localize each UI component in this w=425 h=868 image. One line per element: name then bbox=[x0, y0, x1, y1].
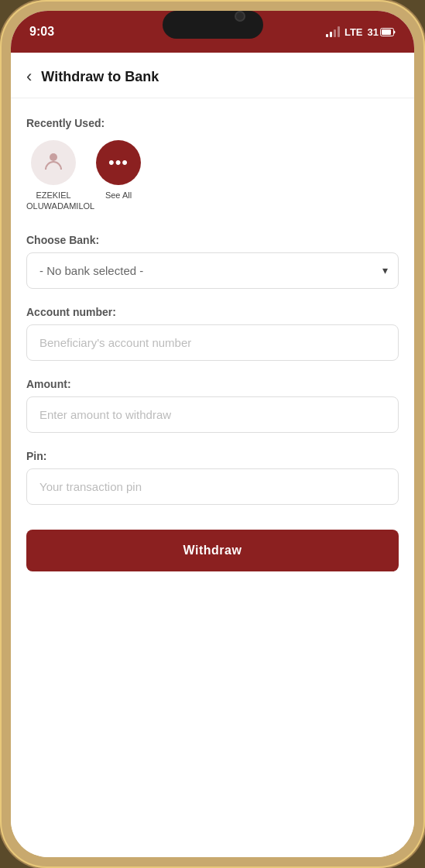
lte-label: LTE bbox=[344, 26, 363, 38]
recently-used-section: Recently Used: bbox=[26, 117, 399, 212]
back-button[interactable]: ‹ bbox=[26, 67, 32, 87]
page-title: Withdraw to Bank bbox=[41, 69, 159, 85]
account-label: Account number: bbox=[26, 306, 399, 318]
person-icon bbox=[43, 149, 64, 177]
signal-icon bbox=[326, 26, 340, 37]
app-content: ‹ Withdraw to Bank Recently Used: bbox=[11, 53, 414, 857]
recent-user-see-all[interactable]: ••• See All bbox=[96, 140, 141, 212]
main-content: Recently Used: bbox=[11, 98, 414, 590]
bank-label: Choose Bank: bbox=[26, 234, 399, 246]
pin-input[interactable] bbox=[26, 468, 399, 505]
avatar-see-all: ••• bbox=[96, 140, 141, 185]
choose-bank-group: Choose Bank: - No bank selected - ▾ bbox=[26, 234, 399, 289]
pin-group: Pin: bbox=[26, 450, 399, 505]
recently-used-label: Recently Used: bbox=[26, 117, 399, 129]
notch bbox=[163, 11, 263, 39]
dots-icon: ••• bbox=[108, 153, 129, 173]
bank-select[interactable]: - No bank selected - bbox=[26, 252, 399, 289]
avatar-ezekiel bbox=[31, 140, 76, 185]
camera-dot bbox=[235, 11, 245, 22]
account-number-group: Account number: bbox=[26, 306, 399, 361]
amount-label: Amount: bbox=[26, 378, 399, 390]
bank-select-wrapper: - No bank selected - ▾ bbox=[26, 252, 399, 289]
battery-icon: 31 bbox=[368, 26, 396, 38]
amount-group: Amount: bbox=[26, 378, 399, 433]
recent-user-ezekiel[interactable]: EZEKIEL OLUWADAMILOL bbox=[26, 140, 81, 212]
status-time: 9:03 bbox=[29, 25, 54, 39]
user-name-ezekiel: EZEKIEL OLUWADAMILOL bbox=[26, 190, 81, 212]
account-input[interactable] bbox=[26, 324, 399, 361]
phone-frame: 9:03 LTE 31 bbox=[0, 0, 425, 868]
status-right: LTE 31 bbox=[326, 26, 396, 38]
pin-label: Pin: bbox=[26, 450, 399, 462]
recent-users-list: EZEKIEL OLUWADAMILOL ••• See All bbox=[26, 140, 399, 212]
svg-rect-1 bbox=[382, 29, 391, 35]
svg-point-2 bbox=[50, 153, 57, 161]
withdraw-button[interactable]: Withdraw bbox=[26, 530, 399, 571]
see-all-label: See All bbox=[105, 190, 132, 201]
phone-screen: 9:03 LTE 31 bbox=[11, 11, 414, 857]
amount-input[interactable] bbox=[26, 396, 399, 433]
page-header: ‹ Withdraw to Bank bbox=[11, 53, 414, 98]
